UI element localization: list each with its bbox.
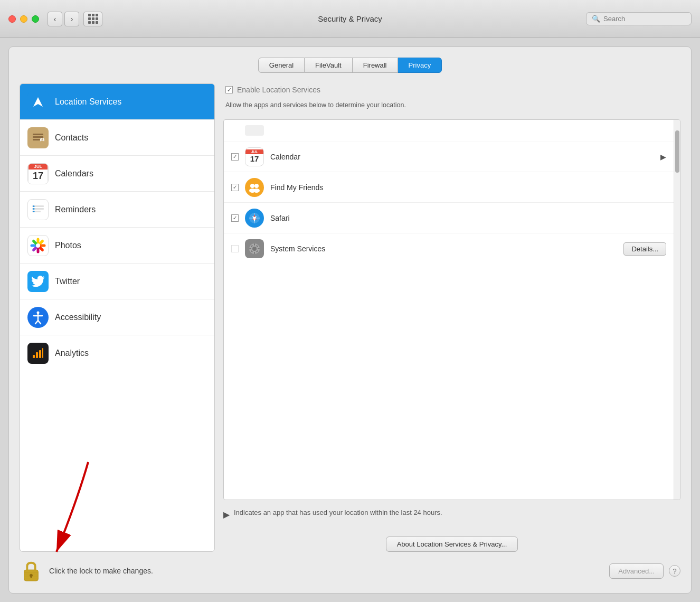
sidebar-item-twitter[interactable]: Twitter bbox=[20, 264, 214, 299]
svg-rect-36 bbox=[254, 243, 255, 246]
location-hint-row: ▶ Indicates an app that has used your lo… bbox=[223, 506, 680, 522]
sidebar-label-reminders: Reminders bbox=[55, 205, 96, 214]
svg-point-12 bbox=[33, 208, 35, 210]
main-window: General FileVault Firewall Privacy Locat… bbox=[8, 46, 692, 594]
sidebar-label-photos: Photos bbox=[55, 241, 81, 250]
svg-rect-39 bbox=[258, 248, 260, 249]
sidebar-label-location-services: Location Services bbox=[55, 97, 121, 107]
bottom-bar: Click the lock to make changes. Advanced… bbox=[20, 552, 680, 582]
minimize-button[interactable] bbox=[20, 15, 27, 23]
tab-general[interactable]: General bbox=[258, 58, 305, 73]
location-services-icon bbox=[27, 91, 49, 112]
titlebar: ‹ › Security & Privacy 🔍 bbox=[0, 0, 700, 38]
accessibility-icon bbox=[27, 307, 49, 328]
app-name-safari: Safari bbox=[270, 214, 666, 222]
search-bar[interactable]: 🔍 bbox=[586, 12, 692, 25]
enable-location-checkbox[interactable]: ✓ bbox=[225, 86, 233, 93]
svg-rect-22 bbox=[39, 350, 41, 358]
enable-location-label: Enable Location Services bbox=[237, 86, 320, 94]
forward-button[interactable]: › bbox=[64, 12, 79, 26]
close-button[interactable] bbox=[8, 15, 16, 23]
scrollbar-track[interactable] bbox=[674, 120, 680, 500]
grid-button[interactable] bbox=[83, 12, 102, 26]
reminders-icon bbox=[27, 199, 49, 220]
location-used-indicator-calendar: ▶ bbox=[660, 153, 666, 161]
app-name-calendar: Calendar bbox=[270, 153, 654, 161]
arrow-hint-icon: ▶ bbox=[223, 510, 230, 520]
app-name-find-my-friends: Find My Friends bbox=[270, 183, 666, 192]
bottom-right-actions: Advanced... ? bbox=[609, 563, 680, 579]
svg-point-24 bbox=[250, 184, 254, 188]
app-item-safari[interactable]: ✓ Safari bbox=[224, 203, 674, 233]
svg-point-13 bbox=[33, 211, 35, 212]
sidebar-item-accessibility[interactable]: Accessibility bbox=[20, 299, 214, 335]
app-checkbox-find-my-friends[interactable]: ✓ bbox=[231, 184, 239, 191]
svg-rect-20 bbox=[33, 355, 35, 358]
app-name-system-services: System Services bbox=[270, 244, 617, 253]
back-button[interactable]: ‹ bbox=[48, 12, 62, 26]
window-title: Security & Privacy bbox=[318, 14, 382, 23]
app-checkbox-system-services[interactable] bbox=[231, 245, 239, 252]
lock-svg bbox=[22, 560, 41, 582]
twitter-icon bbox=[27, 271, 49, 292]
svg-point-27 bbox=[253, 189, 260, 193]
search-icon: 🔍 bbox=[592, 15, 600, 23]
app-icon-calendar: JUL 17 bbox=[245, 147, 264, 166]
lock-text: Click the lock to make changes. bbox=[49, 567, 153, 575]
sidebar-label-calendars: Calendars bbox=[55, 169, 93, 178]
sidebar-item-analytics[interactable]: Analytics bbox=[20, 335, 214, 371]
contacts-icon bbox=[27, 127, 49, 148]
app-checkbox-calendar[interactable]: ✓ bbox=[231, 153, 239, 161]
sidebar-item-location-services[interactable]: Location Services bbox=[20, 84, 214, 120]
right-panel: ✓ Enable Location Services Allow the app… bbox=[223, 83, 680, 552]
tab-filevault[interactable]: FileVault bbox=[305, 58, 353, 73]
app-item-find-my-friends[interactable]: ✓ Find My Friends bbox=[224, 172, 674, 203]
svg-rect-21 bbox=[36, 352, 38, 358]
traffic-lights bbox=[8, 15, 39, 23]
svg-point-35 bbox=[252, 247, 257, 251]
maximize-button[interactable] bbox=[32, 15, 39, 23]
enable-location-row: ✓ Enable Location Services bbox=[223, 83, 680, 94]
content-area: Location Services Contacts bbox=[20, 83, 680, 552]
sidebar-label-contacts: Contacts bbox=[55, 133, 88, 143]
app-icon-find-my-friends bbox=[245, 178, 264, 197]
lock-icon[interactable] bbox=[20, 559, 43, 582]
svg-rect-38 bbox=[249, 248, 251, 249]
app-icon-safari bbox=[245, 209, 264, 228]
sidebar-item-calendars[interactable]: JUL 17 Calendars bbox=[20, 156, 214, 192]
svg-point-25 bbox=[254, 184, 259, 188]
help-button[interactable]: ? bbox=[669, 565, 680, 577]
analytics-icon bbox=[27, 343, 49, 364]
hint-text: Indicates an app that has used your loca… bbox=[234, 509, 442, 516]
svg-point-11 bbox=[33, 205, 35, 207]
tabs-bar: General FileVault Firewall Privacy bbox=[20, 58, 680, 73]
sidebar-item-photos[interactable]: Photos bbox=[20, 228, 214, 264]
app-list-inner: ✓ JUL 17 Calendar ▶ ✓ bbox=[224, 120, 680, 500]
app-list-container: ✓ JUL 17 Calendar ▶ ✓ bbox=[223, 119, 680, 500]
photos-icon bbox=[27, 235, 49, 256]
svg-point-6 bbox=[42, 138, 43, 140]
app-icon-system-services bbox=[245, 239, 264, 258]
svg-rect-37 bbox=[254, 252, 255, 254]
sidebar-label-analytics: Analytics bbox=[55, 349, 89, 358]
svg-marker-0 bbox=[33, 97, 43, 107]
app-list-scroll[interactable]: ✓ JUL 17 Calendar ▶ ✓ bbox=[224, 120, 674, 500]
svg-point-14 bbox=[36, 243, 40, 248]
tab-privacy[interactable]: Privacy bbox=[398, 58, 442, 73]
sidebar-item-reminders[interactable]: Reminders bbox=[20, 192, 214, 228]
about-location-services-button[interactable]: About Location Services & Privacy... bbox=[386, 537, 518, 552]
svg-rect-2 bbox=[33, 134, 43, 135]
details-button[interactable]: Details... bbox=[623, 242, 666, 256]
sidebar-item-contacts[interactable]: Contacts bbox=[20, 120, 214, 156]
app-checkbox-safari[interactable]: ✓ bbox=[231, 214, 239, 222]
svg-rect-23 bbox=[42, 348, 43, 358]
advanced-button[interactable]: Advanced... bbox=[609, 563, 664, 579]
nav-buttons: ‹ › bbox=[48, 12, 79, 26]
tab-firewall[interactable]: Firewall bbox=[353, 58, 398, 73]
search-input[interactable] bbox=[603, 15, 686, 23]
sidebar-label-twitter: Twitter bbox=[55, 277, 80, 286]
scrollbar-thumb[interactable] bbox=[675, 130, 679, 173]
app-item-calendar[interactable]: ✓ JUL 17 Calendar ▶ bbox=[224, 142, 674, 172]
app-item-system-services[interactable]: System Services Details... bbox=[224, 233, 674, 264]
enable-location-desc: Allow the apps and services below to det… bbox=[223, 100, 680, 113]
